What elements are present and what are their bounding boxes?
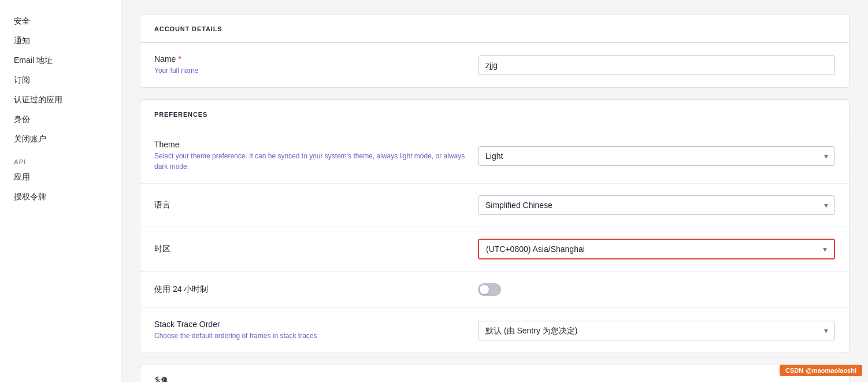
csdn-username: @maomaolaoshi — [806, 367, 856, 374]
avatar-card: 头像 使用初始值 — [140, 365, 850, 382]
sidebar-item-email[interactable]: Email 地址 — [0, 51, 121, 71]
sidebar-item-security[interactable]: 安全 — [0, 12, 121, 31]
theme-label: Theme — [154, 140, 478, 149]
stack-trace-row: Stack Trace Order Choose the default ord… — [140, 308, 849, 353]
theme-sublabel: Select your theme preference. It can be … — [154, 151, 478, 172]
name-label: Name * — [154, 54, 478, 64]
sidebar-item-apps[interactable]: 应用 — [0, 168, 121, 187]
avatar-header: 头像 — [140, 365, 849, 382]
csdn-label: CSDN — [785, 367, 803, 374]
stack-trace-select-wrapper: 默认 (由 Sentry 为您决定) Newest First Oldest F… — [478, 321, 835, 340]
preferences-card: PREFERENCES Theme Select your theme pref… — [140, 99, 850, 353]
main-content: ACCOUNT DETAILS Name * Your full name PR… — [121, 0, 868, 382]
stack-trace-select[interactable]: 默认 (由 Sentry 为您决定) Newest First Oldest F… — [478, 321, 835, 340]
csdn-badge: CSDN @maomaolaoshi — [780, 365, 862, 376]
name-input[interactable] — [478, 55, 835, 75]
theme-row: Theme Select your theme preference. It c… — [140, 128, 849, 184]
timezone-select[interactable]: (UTC+0800) Asia/Shanghai (UTC+0000) UTC … — [479, 240, 834, 258]
preferences-body: Theme Select your theme preference. It c… — [140, 128, 849, 353]
language-row: 语言 Simplified Chinese English Japanese ▾ — [140, 184, 849, 227]
theme-select[interactable]: Light Dark System — [478, 146, 835, 166]
timezone-label: 时区 — [154, 244, 478, 254]
sidebar-item-subscriptions[interactable]: 订阅 — [0, 71, 121, 90]
sidebar: 安全 通知 Email 地址 订阅 认证过的应用 身份 关闭账户 API 应用 … — [0, 0, 121, 382]
sidebar-item-close-account[interactable]: 关闭账户 — [0, 129, 121, 149]
sidebar-section-api: API — [0, 149, 121, 168]
timezone-select-wrapper: (UTC+0800) Asia/Shanghai (UTC+0000) UTC … — [478, 239, 835, 259]
stack-trace-sublabel: Choose the default ordering of frames in… — [154, 331, 478, 341]
language-select-wrapper: Simplified Chinese English Japanese ▾ — [478, 195, 835, 215]
toggle-knob — [480, 285, 489, 294]
language-label: 语言 — [154, 200, 478, 210]
account-details-title: ACCOUNT DETAILS — [154, 25, 222, 32]
language-select[interactable]: Simplified Chinese English Japanese — [478, 195, 835, 215]
preferences-header: PREFERENCES — [140, 100, 849, 128]
avatar-title: 头像 — [154, 376, 168, 382]
account-details-header: ACCOUNT DETAILS — [140, 14, 849, 43]
sidebar-item-auth-tokens[interactable]: 授权令牌 — [0, 187, 121, 207]
stack-trace-label: Stack Trace Order — [154, 320, 478, 329]
account-details-card: ACCOUNT DETAILS Name * Your full name — [140, 14, 850, 88]
theme-select-wrapper: Light Dark System ▾ — [478, 146, 835, 166]
preferences-title: PREFERENCES — [154, 111, 207, 118]
name-row: Name * Your full name — [140, 43, 849, 87]
use-24h-label: 使用 24 小时制 — [154, 284, 478, 295]
use-24h-row: 使用 24 小时制 — [140, 272, 849, 308]
timezone-row: 时区 (UTC+0800) Asia/Shanghai (UTC+0000) U… — [140, 227, 849, 272]
name-required-indicator: * — [178, 54, 181, 64]
sidebar-item-notifications[interactable]: 通知 — [0, 31, 121, 51]
use-24h-toggle[interactable] — [478, 283, 501, 296]
sidebar-item-identity[interactable]: 身份 — [0, 110, 121, 129]
name-sublabel: Your full name — [154, 65, 478, 76]
sidebar-item-auth-apps[interactable]: 认证过的应用 — [0, 90, 121, 110]
account-details-body: Name * Your full name — [140, 43, 849, 87]
